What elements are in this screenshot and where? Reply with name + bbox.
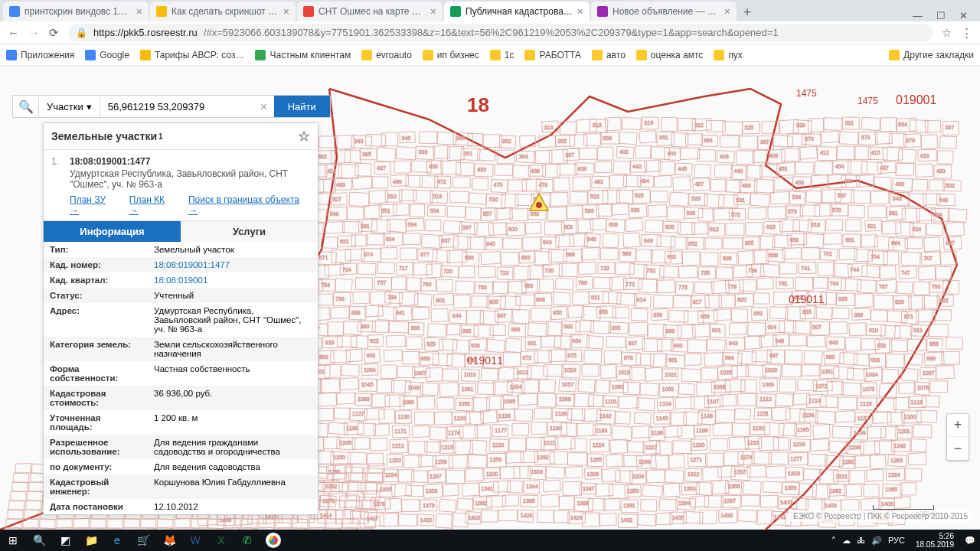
apps-button[interactable]: Приложения [6,50,74,60]
property-value: 12.10.2012 [148,499,318,514]
bookmark-star-icon[interactable]: ☆ [942,26,952,40]
svg-text:319: 319 [645,120,654,126]
search-type-dropdown[interactable]: Участки▾ [39,96,100,117]
svg-text:1306: 1306 [587,471,599,477]
omnibox[interactable]: 🔒 https://pkk5.rosreestr.ru/#x=5923066.6… [68,24,933,42]
tab-services[interactable]: Услуги [181,221,318,242]
back-button[interactable]: ← [8,26,19,39]
tray-network-icon[interactable]: 🖧 [857,536,865,545]
svg-text:1221: 1221 [544,440,556,445]
tray-lang[interactable]: РУС [888,536,905,545]
search-result-marker[interactable] [528,192,550,214]
bookmark-folder[interactable]: оценка амтс [636,50,704,60]
taskbar-app[interactable] [266,533,281,548]
svg-rect-962 [478,383,496,394]
browser-tab-active[interactable]: Публичная кадастровая карт…× [444,2,590,21]
taskbar-app[interactable]: ✆ [234,530,260,551]
close-icon[interactable]: × [136,5,142,18]
property-key: Форма собственности: [44,361,148,386]
taskbar-app[interactable]: 🦊 [156,530,182,551]
bookmark-item[interactable]: Google [85,50,129,60]
plan-kk-link[interactable]: План КК → [129,194,176,216]
search-input[interactable] [100,96,253,117]
svg-text:1300: 1300 [486,471,498,477]
window-maximize-icon[interactable]: ☐ [936,10,946,21]
svg-text:316: 316 [593,122,602,128]
svg-text:1171: 1171 [394,429,407,434]
svg-text:1189: 1189 [696,428,708,433]
svg-rect-454 [331,249,351,263]
reload-button[interactable]: ⟳ [49,26,59,40]
new-tab-button[interactable]: + [738,3,756,21]
svg-rect-794 [486,339,505,352]
taskbar-app[interactable]: e [104,530,130,551]
taskbar-clock[interactable]: 5:26 18.05.2019 [911,532,959,549]
svg-rect-491 [801,247,819,260]
bookmark-folder[interactable]: авто [592,50,626,60]
zoom-in-button[interactable]: + [947,414,969,437]
tray-up-icon[interactable]: ˄ [831,536,836,546]
find-button[interactable]: Найти [274,96,330,117]
forward-button[interactable]: → [28,26,40,39]
property-value[interactable]: 18:08:019001:1477 [148,257,318,272]
clear-icon[interactable]: ✕ [253,101,274,112]
menu-icon[interactable]: ⋮ [961,26,972,40]
svg-rect-1318 [703,468,722,481]
tray-notifications-icon[interactable]: 💬 [965,536,975,546]
svg-text:1101: 1101 [605,399,617,404]
svg-rect-115 [697,149,715,161]
taskview-icon[interactable]: ◩ [52,530,78,551]
window-close-icon[interactable]: ✕ [959,10,968,21]
window-minimize-icon[interactable]: — [913,10,923,21]
search-taskbar-icon[interactable]: 🔍 [26,530,52,551]
taskbar-app[interactable]: W [182,530,208,551]
other-bookmarks[interactable]: Другие закладки [889,50,974,60]
svg-rect-1038 [720,394,737,406]
close-icon[interactable]: × [724,5,730,18]
app-root: 3133163193223253283313343373433463493523… [0,66,980,530]
start-button[interactable]: ⊞ [0,530,26,551]
svg-rect-1163 [881,426,898,440]
tray-volume-icon[interactable]: 🔊 [871,536,882,546]
bookmark-item[interactable]: Частным клиентам [255,50,351,60]
svg-text:720: 720 [443,269,452,274]
search-bounds-link[interactable]: Поиск в границах объекта → [188,194,310,216]
svg-rect-123 [799,146,818,159]
bookmark-folder[interactable]: РАБОТТА [524,50,581,60]
close-icon[interactable]: × [577,5,583,18]
bookmark-folder[interactable]: 1с [490,50,514,60]
svg-rect-1358 [493,481,511,492]
browser-tab[interactable]: принтскрин виндовс 10 - По…× [3,2,149,21]
taskbar-app[interactable]: 🛒 [130,530,156,551]
bookmark-item[interactable]: Тарифы АВСР: соз… [140,50,245,60]
svg-rect-995 [899,383,916,393]
svg-rect-842 [384,350,402,362]
svg-text:1086: 1086 [358,396,370,402]
close-icon[interactable]: × [283,5,289,18]
bookmark-folder[interactable]: evroauto [361,50,412,60]
search-icon[interactable]: 🔍 [13,96,39,117]
tray-cloud-icon[interactable]: ☁ [842,536,851,546]
svg-text:370: 370 [805,136,814,142]
tab-info[interactable]: Информация [44,221,181,242]
svg-text:1356: 1356 [728,484,740,489]
bookmark-folder[interactable]: пух [714,50,743,60]
bookmark-folder[interactable]: ип бизнес [423,50,479,60]
svg-text:382: 382 [318,154,327,159]
zoom-out-button[interactable]: − [947,437,969,460]
favorite-icon[interactable]: ☆ [298,128,310,145]
svg-rect-1474 [537,510,554,522]
svg-rect-1374 [696,482,713,495]
plan-zu-link[interactable]: План ЗУ → [70,194,117,216]
svg-rect-922 [681,369,701,382]
browser-tab[interactable]: СНТ Ошмес на карте Ижевск…× [297,2,443,21]
browser-tab[interactable]: Новое объявление — Объяв…× [591,2,737,21]
property-value[interactable]: 18:08:019001 [148,272,318,288]
browser-tab[interactable]: Как сделать скриншот в Wind…× [150,2,296,21]
close-icon[interactable]: × [430,5,436,18]
svg-text:698: 698 [769,253,778,258]
svg-rect-422 [603,233,619,248]
taskbar-app[interactable]: X [208,530,234,551]
svg-text:606: 606 [609,222,618,227]
taskbar-app[interactable]: 📁 [78,530,104,551]
